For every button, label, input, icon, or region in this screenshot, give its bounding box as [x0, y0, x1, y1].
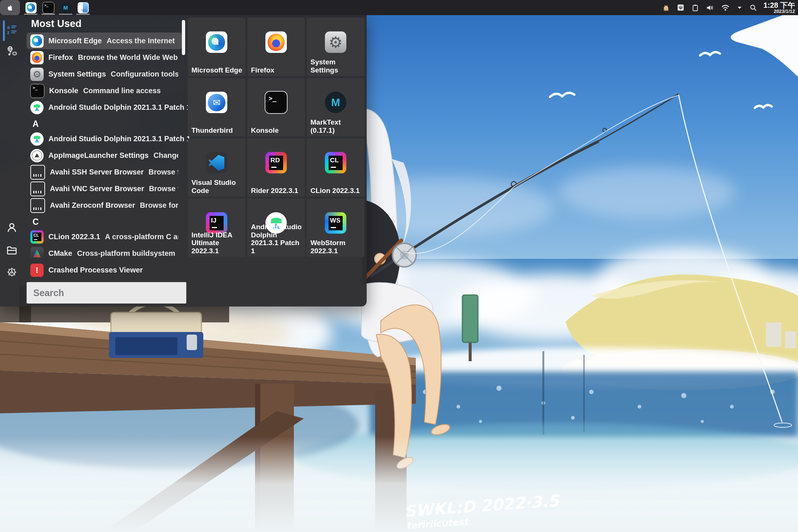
tile-label: Konsole: [251, 126, 304, 134]
thunderbird-icon: [206, 92, 227, 113]
tile-label: Android Studio Dolphin 2021.3.1 Patch 1: [251, 223, 304, 255]
view-alphabetical-button[interactable]: az: [6, 23, 18, 36]
grid-tile-clion[interactable]: CLion 2022.3.1: [307, 138, 364, 197]
input-method-icon[interactable]: [676, 3, 685, 12]
grid-tile-system-settings[interactable]: System Settings: [307, 18, 364, 76]
desktop-screen: SWKL:D 2022·3.5 teririicutest: [0, 0, 798, 532]
user-button[interactable]: [6, 221, 18, 234]
categories-icon: [6, 45, 17, 57]
grid-tile-marktext[interactable]: MarkText (0.17.1): [307, 78, 364, 136]
app-row-microsoft-edge[interactable]: Microsoft Edge Access the Internet: [27, 33, 182, 49]
tile-label: MarkText (0.17.1): [310, 118, 363, 134]
dock-item-file-manager[interactable]: [74, 0, 92, 15]
app-row-avahi-ssh[interactable]: Avahi SSH Server Browser Browse for ...: [27, 164, 182, 180]
tile-label: CLion 2022.3.1: [310, 187, 363, 194]
grid-tile-thunderbird[interactable]: Thunderbird: [188, 78, 245, 136]
apple-icon: [6, 4, 14, 12]
apple-menu-button[interactable]: [0, 0, 20, 15]
clion-icon: [325, 152, 346, 173]
edge-icon: [206, 31, 227, 53]
app-row-clion[interactable]: CLion 2022.3.1 A cross-platform C and ..…: [27, 228, 182, 245]
grid-tile-konsole[interactable]: Konsole: [247, 78, 305, 136]
grid-tile-vscode[interactable]: Visual Studio Code: [188, 138, 245, 197]
crashed-processes-icon: [30, 264, 44, 277]
firefox-icon: [265, 31, 287, 53]
android-studio-icon: [30, 132, 44, 146]
volume-icon[interactable]: [706, 3, 714, 12]
tile-label: Microsoft Edge: [191, 66, 244, 74]
avahi-icon: [30, 165, 45, 180]
app-row-avahi-zeroconf[interactable]: Avahi Zeroconf Browser Browse for Ze...: [27, 197, 182, 214]
app-name: Android Studio Dolphin 2021.3.1 Patch 1: [48, 103, 191, 112]
tile-label: System Settings: [310, 58, 363, 74]
grid-tile-webstorm[interactable]: WebStorm 2022.3.1: [307, 199, 364, 257]
app-description: Command line access: [83, 87, 161, 95]
grid-tile-rider[interactable]: Rider 2022.3.1: [247, 138, 305, 197]
app-description: Configuration tools fo...: [111, 70, 178, 78]
dock: [22, 0, 92, 15]
dock-item-marktext[interactable]: [57, 0, 74, 15]
view-categories-button[interactable]: [6, 45, 18, 57]
launcher-rail: az: [0, 15, 24, 306]
svg-text:z: z: [7, 30, 9, 35]
section-title: Most Used: [31, 18, 182, 30]
grid-tile-intellij[interactable]: IntelliJ IDEA Ultimate 2022.3.1: [188, 199, 245, 257]
edge-icon: [26, 2, 37, 13]
avahi-icon: [30, 182, 45, 196]
app-description: Cross-platform buildsystem: [77, 249, 175, 258]
search-field-container: [27, 282, 186, 304]
clock[interactable]: 1:28 下午 2023/1/12: [763, 1, 795, 14]
marktext-icon: [325, 92, 346, 113]
top-bar: 1:28 下午 2023/1/12: [0, 0, 798, 15]
android-studio-icon: [30, 101, 44, 114]
app-description: Browse for ...: [149, 168, 178, 176]
vscode-icon: [206, 152, 227, 173]
wifi-icon[interactable]: [721, 3, 730, 12]
app-row-crashed-processes[interactable]: Crashed Processes Viewer: [27, 262, 182, 278]
app-row-firefox[interactable]: Firefox Browse the World Wide Web: [27, 49, 182, 66]
app-row-system-settings[interactable]: System Settings Configuration tools fo..…: [27, 66, 182, 82]
app-row-avahi-vnc[interactable]: Avahi VNC Server Browser Browse for ...: [27, 180, 182, 197]
tile-label: Thunderbird: [191, 126, 244, 134]
running-indicator: [41, 14, 55, 15]
app-name: Crashed Processes Viewer: [48, 266, 143, 274]
dock-item-konsole[interactable]: [40, 0, 57, 15]
app-name: System Settings: [48, 70, 106, 78]
app-launcher-panel: az: [0, 15, 367, 306]
folder-icon: [6, 244, 18, 256]
grid-tile-firefox[interactable]: Firefox: [247, 18, 305, 76]
system-tray: [661, 3, 757, 12]
app-row-android-studio[interactable]: Android Studio Dolphin 2021.3.1 Patch 1: [27, 131, 182, 147]
tile-label: WebStorm 2022.3.1: [310, 239, 363, 255]
tile-label: Visual Studio Code: [191, 179, 244, 194]
grid-tile-android-studio[interactable]: Android Studio Dolphin 2021.3.1 Patch 1: [247, 199, 305, 257]
tile-label: Firefox: [251, 66, 304, 74]
file-manager-icon: [78, 2, 89, 13]
app-name: Avahi Zeroconf Browser: [50, 201, 135, 210]
running-indicator: [24, 14, 38, 15]
webstorm-icon: [325, 212, 346, 234]
app-list: Most Used Microsoft Edge Access the Inte…: [24, 15, 182, 278]
search-input[interactable]: [27, 282, 186, 304]
app-row-appimagelauncher[interactable]: AppImageLauncher Settings Change se...: [27, 147, 182, 164]
clock-time: 1:28 下午: [763, 1, 795, 9]
cat-tray-icon[interactable]: [661, 3, 670, 12]
system-settings-icon: [30, 68, 44, 81]
app-row-konsole[interactable]: Konsole Command line access: [27, 82, 182, 99]
app-description: Browse the World Wide Web: [78, 53, 178, 62]
grid-tile-microsoft-edge[interactable]: Microsoft Edge: [188, 18, 245, 76]
search-icon[interactable]: [749, 4, 757, 12]
app-name: Konsole: [49, 87, 78, 95]
dock-item-edge[interactable]: [22, 0, 40, 15]
settings-button[interactable]: [6, 266, 18, 278]
gear-icon: [6, 266, 18, 278]
app-row-cmake[interactable]: CMake Cross-platform buildsystem: [27, 245, 182, 262]
clock-date: 2023/1/12: [763, 9, 795, 14]
app-row-android-studio[interactable]: Android Studio Dolphin 2021.3.1 Patch 1: [27, 99, 182, 116]
list-scrollbar-thumb[interactable]: [182, 20, 185, 55]
app-name: AppImageLauncher Settings: [48, 151, 149, 160]
app-name: CMake: [48, 249, 72, 258]
clipboard-icon[interactable]: [691, 4, 699, 12]
files-button[interactable]: [6, 244, 18, 256]
chevron-down-icon[interactable]: [736, 4, 743, 11]
